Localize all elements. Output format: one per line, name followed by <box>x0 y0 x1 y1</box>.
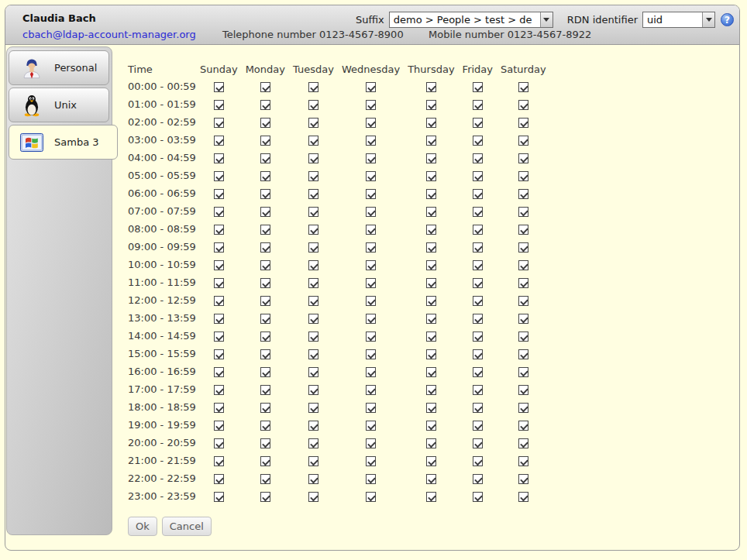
logon-hour-checkbox[interactable] <box>518 456 528 466</box>
logon-hour-checkbox[interactable] <box>260 100 270 110</box>
logon-hour-checkbox[interactable] <box>260 385 270 395</box>
logon-hour-checkbox[interactable] <box>426 438 436 448</box>
suffix-dropdown-arrow-icon[interactable] <box>540 12 553 27</box>
logon-hour-checkbox[interactable] <box>308 118 318 128</box>
logon-hour-checkbox[interactable] <box>518 189 528 199</box>
logon-hour-checkbox[interactable] <box>518 474 528 484</box>
logon-hour-checkbox[interactable] <box>518 403 528 413</box>
logon-hour-checkbox[interactable] <box>473 385 483 395</box>
logon-hour-checkbox[interactable] <box>308 456 318 466</box>
logon-hour-checkbox[interactable] <box>260 242 270 253</box>
logon-hour-checkbox[interactable] <box>426 403 436 413</box>
logon-hour-checkbox[interactable] <box>260 438 270 448</box>
logon-hour-checkbox[interactable] <box>473 136 483 146</box>
logon-hour-checkbox[interactable] <box>426 207 436 217</box>
logon-hour-checkbox[interactable] <box>518 278 528 288</box>
logon-hour-checkbox[interactable] <box>473 474 483 484</box>
logon-hour-checkbox[interactable] <box>473 421 483 431</box>
logon-hour-checkbox[interactable] <box>214 367 224 377</box>
logon-hour-checkbox[interactable] <box>518 242 528 253</box>
logon-hour-checkbox[interactable] <box>214 314 224 324</box>
logon-hour-checkbox[interactable] <box>366 207 376 217</box>
logon-hour-checkbox[interactable] <box>260 189 270 199</box>
logon-hour-checkbox[interactable] <box>518 367 528 377</box>
logon-hour-checkbox[interactable] <box>214 225 224 235</box>
logon-hour-checkbox[interactable] <box>518 332 528 342</box>
rdn-dropdown-arrow-icon[interactable] <box>702 12 714 27</box>
logon-hour-checkbox[interactable] <box>214 136 224 146</box>
logon-hour-checkbox[interactable] <box>260 118 270 128</box>
logon-hour-checkbox[interactable] <box>473 278 483 288</box>
logon-hour-checkbox[interactable] <box>366 385 376 395</box>
logon-hour-checkbox[interactable] <box>473 100 483 110</box>
tab-personal[interactable]: Personal <box>9 50 109 85</box>
logon-hour-checkbox[interactable] <box>426 492 436 502</box>
logon-hour-checkbox[interactable] <box>366 456 376 466</box>
logon-hour-checkbox[interactable] <box>308 207 318 217</box>
logon-hour-checkbox[interactable] <box>366 492 376 502</box>
logon-hour-checkbox[interactable] <box>473 332 483 342</box>
logon-hour-checkbox[interactable] <box>366 242 376 253</box>
logon-hour-checkbox[interactable] <box>260 171 270 181</box>
logon-hour-checkbox[interactable] <box>308 367 318 377</box>
logon-hour-checkbox[interactable] <box>473 492 483 502</box>
logon-hour-checkbox[interactable] <box>260 403 270 413</box>
logon-hour-checkbox[interactable] <box>518 153 528 163</box>
logon-hour-checkbox[interactable] <box>366 136 376 146</box>
logon-hour-checkbox[interactable] <box>260 225 270 235</box>
logon-hour-checkbox[interactable] <box>214 385 224 395</box>
logon-hour-checkbox[interactable] <box>518 492 528 502</box>
logon-hour-checkbox[interactable] <box>366 438 376 448</box>
logon-hour-checkbox[interactable] <box>260 296 270 306</box>
logon-hour-checkbox[interactable] <box>214 332 224 342</box>
tab-samba3[interactable]: Samba 3 <box>9 125 118 160</box>
logon-hour-checkbox[interactable] <box>214 296 224 306</box>
logon-hour-checkbox[interactable] <box>518 136 528 146</box>
logon-hour-checkbox[interactable] <box>426 100 436 110</box>
logon-hour-checkbox[interactable] <box>260 456 270 466</box>
logon-hour-checkbox[interactable] <box>366 225 376 235</box>
logon-hour-checkbox[interactable] <box>473 456 483 466</box>
logon-hour-checkbox[interactable] <box>308 296 318 306</box>
logon-hour-checkbox[interactable] <box>260 474 270 484</box>
logon-hour-checkbox[interactable] <box>308 153 318 163</box>
logon-hour-checkbox[interactable] <box>308 421 318 431</box>
logon-hour-checkbox[interactable] <box>473 171 483 181</box>
logon-hour-checkbox[interactable] <box>214 100 224 110</box>
logon-hour-checkbox[interactable] <box>518 296 528 306</box>
logon-hour-checkbox[interactable] <box>308 385 318 395</box>
logon-hour-checkbox[interactable] <box>214 474 224 484</box>
logon-hour-checkbox[interactable] <box>214 492 224 502</box>
logon-hour-checkbox[interactable] <box>518 118 528 128</box>
logon-hour-checkbox[interactable] <box>214 403 224 413</box>
logon-hour-checkbox[interactable] <box>260 332 270 342</box>
logon-hour-checkbox[interactable] <box>260 278 270 288</box>
logon-hour-checkbox[interactable] <box>260 492 270 502</box>
logon-hour-checkbox[interactable] <box>518 171 528 181</box>
logon-hour-checkbox[interactable] <box>260 260 270 270</box>
logon-hour-checkbox[interactable] <box>426 136 436 146</box>
logon-hour-checkbox[interactable] <box>366 171 376 181</box>
logon-hour-checkbox[interactable] <box>426 118 436 128</box>
logon-hour-checkbox[interactable] <box>426 474 436 484</box>
logon-hour-checkbox[interactable] <box>260 349 270 359</box>
logon-hour-checkbox[interactable] <box>214 207 224 217</box>
logon-hour-checkbox[interactable] <box>366 403 376 413</box>
logon-hour-checkbox[interactable] <box>260 82 270 92</box>
logon-hour-checkbox[interactable] <box>366 189 376 199</box>
suffix-select[interactable]: demo > People > test > de <box>389 12 553 28</box>
logon-hour-checkbox[interactable] <box>473 314 483 324</box>
logon-hour-checkbox[interactable] <box>214 242 224 253</box>
logon-hour-checkbox[interactable] <box>260 367 270 377</box>
logon-hour-checkbox[interactable] <box>518 225 528 235</box>
logon-hour-checkbox[interactable] <box>214 171 224 181</box>
logon-hour-checkbox[interactable] <box>308 438 318 448</box>
logon-hour-checkbox[interactable] <box>260 314 270 324</box>
logon-hour-checkbox[interactable] <box>473 153 483 163</box>
logon-hour-checkbox[interactable] <box>366 314 376 324</box>
cancel-button[interactable]: Cancel <box>162 517 212 536</box>
logon-hour-checkbox[interactable] <box>308 492 318 502</box>
logon-hour-checkbox[interactable] <box>214 260 224 270</box>
logon-hour-checkbox[interactable] <box>260 207 270 217</box>
logon-hour-checkbox[interactable] <box>473 260 483 270</box>
